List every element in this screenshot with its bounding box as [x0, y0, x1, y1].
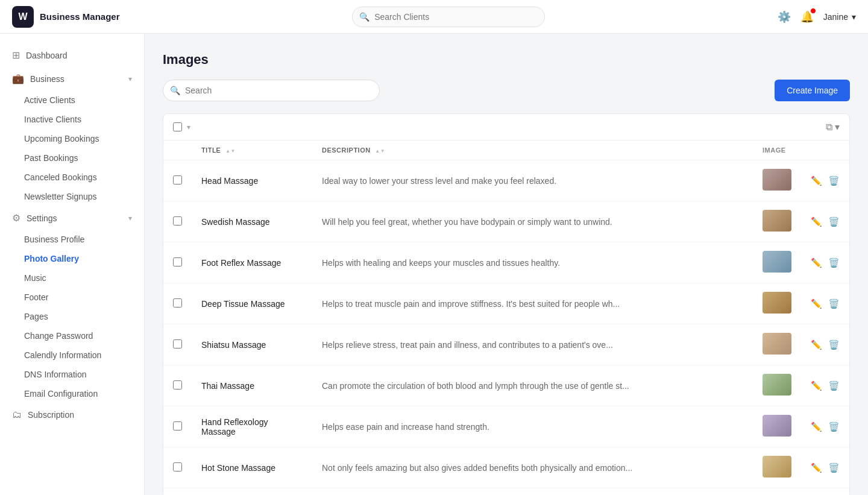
row-checkbox[interactable]: [173, 339, 182, 348]
row-description: Helps to treat muscle pain and improve s…: [312, 283, 753, 324]
brand-name: Business Manager: [40, 11, 120, 22]
action-buttons: ✏️ 🗑️: [811, 175, 840, 186]
notifications-button[interactable]: 🔔: [800, 10, 814, 24]
table-toolbar: ▾ ⧉ ▾: [163, 114, 849, 140]
edit-button[interactable]: ✏️: [811, 298, 822, 309]
row-checkbox[interactable]: [173, 175, 182, 184]
sidebar-item-active-clients[interactable]: Active Clients: [0, 90, 144, 110]
search-icon: 🔍: [170, 86, 180, 95]
sidebar-item-subscription[interactable]: 🗂 Subscription: [0, 403, 144, 426]
user-menu-button[interactable]: Janine ▾: [823, 12, 856, 22]
sidebar-item-past-bookings[interactable]: Past Bookings: [0, 148, 144, 168]
row-checkbox[interactable]: [173, 216, 182, 225]
row-checkbox-cell: [163, 406, 192, 447]
row-actions: ✏️ 🗑️: [801, 365, 849, 406]
delete-button[interactable]: 🗑️: [828, 257, 840, 268]
images-table: TITLE ▲▼ DESCRIPTION ▲▼ IMAGE: [163, 140, 849, 495]
sidebar-item-music[interactable]: Music: [0, 268, 144, 288]
dashboard-icon: ⊞: [12, 49, 20, 61]
edit-button[interactable]: ✏️: [811, 421, 822, 432]
row-checkbox-cell: [163, 283, 192, 324]
thumbnail: [763, 210, 791, 232]
thumbnail: [763, 292, 791, 314]
row-actions: ✏️ 🗑️: [801, 488, 849, 496]
edit-button[interactable]: ✏️: [811, 339, 822, 350]
user-name: Janine: [823, 12, 848, 22]
sidebar-item-photo-gallery[interactable]: Photo Gallery: [0, 249, 144, 268]
row-checkbox[interactable]: [173, 421, 182, 430]
row-checkbox[interactable]: [173, 298, 182, 307]
table-search-input[interactable]: [163, 80, 380, 101]
row-actions: ✏️ 🗑️: [801, 201, 849, 242]
delete-button[interactable]: 🗑️: [828, 175, 840, 186]
sort-icon[interactable]: ▲▼: [225, 148, 236, 154]
sidebar-item-canceled-bookings[interactable]: Canceled Bookings: [0, 168, 144, 187]
action-buttons: ✏️ 🗑️: [811, 380, 840, 391]
sidebar-item-business[interactable]: 💼 Business ▾: [0, 67, 144, 90]
delete-button[interactable]: 🗑️: [828, 298, 840, 309]
chevron-down-icon: ▾: [187, 123, 190, 131]
table-body: Head Massage Ideal way to lower your str…: [163, 160, 849, 496]
row-checkbox[interactable]: [173, 257, 182, 266]
subscription-icon: 🗂: [12, 409, 22, 420]
filter-button[interactable]: ⧉ ▾: [826, 121, 840, 133]
settings-icon-button[interactable]: ⚙️: [778, 10, 791, 24]
sidebar-item-settings[interactable]: ⚙ Settings ▾: [0, 206, 144, 230]
page-title: Images: [163, 52, 850, 68]
row-title: Shiatsu Massage: [192, 324, 312, 365]
row-description: It isn't just about feeling good, but ca…: [312, 488, 753, 496]
search-row: 🔍 Create Image: [163, 80, 850, 101]
row-checkbox[interactable]: [173, 380, 182, 389]
delete-button[interactable]: 🗑️: [828, 421, 840, 432]
sidebar-item-inactive-clients[interactable]: Inactive Clients: [0, 110, 144, 129]
edit-button[interactable]: ✏️: [811, 216, 822, 227]
edit-button[interactable]: ✏️: [811, 462, 822, 473]
business-sub-items: Active Clients Inactive Clients Upcoming…: [0, 90, 144, 206]
sidebar-item-email-configuration[interactable]: Email Configuration: [0, 384, 144, 403]
topnav-right: ⚙️ 🔔 Janine ▾: [778, 10, 856, 24]
business-icon: 💼: [12, 73, 24, 84]
row-image: [753, 201, 801, 242]
settings-icon: ⚙: [12, 212, 20, 224]
sidebar-item-change-password[interactable]: Change Password: [0, 326, 144, 345]
edit-button[interactable]: ✏️: [811, 257, 822, 268]
sort-icon[interactable]: ▲▼: [375, 148, 385, 154]
row-image: [753, 406, 801, 447]
chevron-down-icon: ▾: [128, 214, 132, 222]
row-checkbox-cell: [163, 201, 192, 242]
sidebar-label-dashboard: Dashboard: [26, 51, 68, 60]
row-actions: ✏️ 🗑️: [801, 160, 849, 201]
delete-button[interactable]: 🗑️: [828, 216, 840, 227]
delete-button[interactable]: 🗑️: [828, 339, 840, 350]
global-search-input[interactable]: [352, 7, 545, 27]
sidebar-item-business-profile[interactable]: Business Profile: [0, 230, 144, 249]
notification-badge: [810, 8, 816, 14]
table-toolbar-left: ▾: [173, 122, 190, 131]
sidebar-item-newsletter-signups[interactable]: Newsletter Signups: [0, 187, 144, 206]
brand-area: W Business Manager: [12, 6, 120, 28]
row-actions: ✏️ 🗑️: [801, 242, 849, 283]
chevron-down-icon: ▾: [128, 75, 132, 83]
delete-button[interactable]: 🗑️: [828, 380, 840, 391]
th-checkbox: [163, 140, 192, 160]
sidebar-item-calendly-information[interactable]: Calendly Information: [0, 345, 144, 365]
sidebar-item-pages[interactable]: Pages: [0, 307, 144, 326]
th-actions: [801, 140, 849, 160]
sidebar-item-dashboard[interactable]: ⊞ Dashboard: [0, 43, 144, 67]
sidebar-item-footer[interactable]: Footer: [0, 288, 144, 307]
delete-button[interactable]: 🗑️: [828, 462, 840, 473]
edit-button[interactable]: ✏️: [811, 175, 822, 186]
row-actions: ✏️ 🗑️: [801, 324, 849, 365]
thumbnail: [763, 169, 791, 191]
sidebar-item-upcoming-bookings[interactable]: Upcoming Bookings: [0, 129, 144, 148]
table-row: Foot Reflex Massage Helps with healing a…: [163, 242, 849, 283]
row-actions: ✏️ 🗑️: [801, 406, 849, 447]
create-image-button[interactable]: Create Image: [775, 80, 850, 101]
row-checkbox-cell: [163, 488, 192, 496]
row-checkbox[interactable]: [173, 462, 182, 471]
select-all-checkbox[interactable]: [173, 122, 182, 131]
table-row: Massage Therapy It isn't just about feel…: [163, 488, 849, 496]
row-actions: ✏️ 🗑️: [801, 283, 849, 324]
edit-button[interactable]: ✏️: [811, 380, 822, 391]
sidebar-item-dns-information[interactable]: DNS Information: [0, 365, 144, 384]
